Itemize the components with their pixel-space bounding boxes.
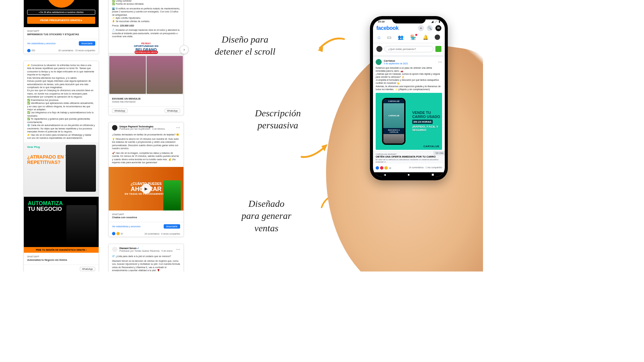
creative-brand: CARVALUE — [423, 145, 439, 148]
remax-band1: OPORTUNIDAD EN — [109, 45, 183, 48]
carousel-next-button[interactable]: › — [180, 45, 189, 54]
mini-cars-illustration — [383, 134, 404, 143]
ad-card-gearplug: 👉 Conocemos tu situación: te enfrentas t… — [23, 61, 99, 272]
search-icon[interactable]: 🔍 — [427, 25, 433, 31]
more-options-icon[interactable]: ⋯ — [438, 60, 442, 64]
stickers-footer-title: IMPRIMIMOS TUS STICKERS Y ETIQUETAS — [27, 33, 95, 36]
diamant-date: 5 de enero — [161, 250, 172, 252]
play-icon[interactable]: ▶ — [141, 184, 151, 194]
user-avatar[interactable] — [376, 46, 382, 52]
stickers-footer-tag: WHATSAPP — [27, 30, 95, 33]
post-creative[interactable]: CARVALUE CARVALUE BIENVENIDO A CARVALUE … — [376, 93, 442, 150]
unique-media[interactable]: ¿CUÁNTO PUEDES AHORRAR EN TASAS DE PROCE… — [109, 167, 183, 210]
unique-footer-title: Chatea con nosotros — [112, 216, 180, 219]
post-copy: Notamos que estuviste a un paso de obten… — [376, 66, 442, 91]
unique-byline: Publicado por Ian Kupferstein — [119, 128, 150, 130]
ad-card-diamant: Diamant Serum ✔ Publicado por Tomás Suár… — [108, 244, 184, 272]
remax-photo-grid — [109, 55, 183, 95]
diamant-avatar — [112, 247, 117, 252]
reaction-count: 18 — [389, 167, 391, 169]
post-date[interactable]: 5 de septiembre de 2023 — [384, 62, 408, 65]
ads-gallery: STICKERS EMPRESARIALES EN TIEMPO RÉCORD … — [23, 0, 184, 272]
facebook-logo[interactable]: facebook — [376, 25, 398, 31]
stickers-years-strip: • De 28 años satisfaciendo a nuestros cl… — [27, 10, 95, 15]
signal-icon: ◢ — [431, 20, 433, 23]
unique-boost-row: Ver estadísticas y anuncios Anunciarte — [109, 222, 183, 231]
nav-recent-icon[interactable]: ■ — [432, 172, 434, 177]
stickers-stats-link[interactable]: Ver estadísticas y anuncios — [27, 42, 56, 45]
tab-video-icon[interactable]: ▭ — [387, 35, 391, 41]
gearplug-media: Gear Plug ¿ATRAPADO EN TAREAS REPETITIVA… — [24, 142, 99, 253]
stickers-boost-button[interactable]: Anunciarte — [79, 41, 95, 46]
more-options-icon[interactable]: ⋯ — [176, 247, 180, 252]
wifi-icon: ⋰ — [435, 20, 437, 23]
ad-card-remax: ✅ 3 Dormitorios ✅ 3 Baños ✅ Living comed… — [108, 0, 184, 115]
gearplug-top-panel: Gear Plug ¿ATRAPADO EN TAREAS REPETITIVA… — [24, 142, 99, 197]
presenter-illustration — [163, 180, 181, 210]
post-page-name[interactable]: CarValue — [384, 59, 408, 62]
creative-phone-side: CARVALUE CARVALUE BIENVENIDO A CARVALUE — [376, 93, 412, 150]
whatsapp-button[interactable]: WhatsApp — [112, 109, 127, 113]
composer-row: ¿Qué estás pensando? — [373, 43, 445, 55]
ad-card-stickers: STICKERS EMPRESARIALES EN TIEMPO RÉCORD … — [23, 0, 99, 54]
haha-icon — [116, 232, 120, 235]
tab-home-icon[interactable]: ⌂ — [378, 35, 380, 41]
composer-input[interactable]: ¿Qué estás pensando? — [384, 46, 433, 52]
tab-marketplace-icon[interactable]: 🏪 — [410, 35, 416, 41]
remax-brand: RE/MAX — [109, 42, 183, 45]
post-link-meta[interactable]: Ver más CARVALUE.MARKET OBTÉN UNA OFERTA… — [373, 151, 445, 164]
photo-icon[interactable] — [435, 46, 441, 52]
stickers-footer-block: WHATSAPP IMPRIMIMOS TUS STICKERS Y ETIQU… — [24, 27, 99, 39]
arrow-icon — [315, 34, 345, 54]
more-options-icon[interactable]: ⋯ — [176, 125, 180, 130]
post-line3: ¡Completa el formulario y descubre por q… — [376, 78, 442, 84]
gearplug-bottom-panel: AUTOMATIZA TU NEGOCIO PIDE TU SESIÓN DE … — [24, 197, 99, 253]
property-photo — [109, 56, 146, 94]
gallery-column-2: ✅ 3 Dormitorios ✅ 3 Baños ✅ Living comed… — [108, 0, 184, 272]
remax-price: 229.000 USD — [120, 24, 134, 27]
diamant-header-text: Diamant Serum ✔ Publicado por Tomás Suár… — [119, 247, 173, 252]
creative-headline: VENDE TU CARRO USADO — [412, 111, 440, 119]
diamant-body: 💎 ¿Lista para darle a tu piel el cuidado… — [109, 252, 183, 272]
whatsapp-button[interactable]: WhatsApp — [80, 267, 95, 271]
svg-marker-1 — [321, 144, 327, 152]
diamant-page-name[interactable]: Diamant Serum — [119, 247, 137, 249]
whatsapp-button[interactable]: WhatsApp — [165, 109, 180, 113]
nav-home-icon[interactable]: ● — [408, 172, 410, 177]
ver-mas-button[interactable]: Ver más — [433, 151, 445, 155]
nav-back-icon[interactable]: ▸ — [384, 172, 386, 177]
remax-price-label: Precio: — [112, 24, 119, 27]
gearplug-footer-row: WhatsApp — [24, 264, 99, 272]
unique-boost-button[interactable]: Anunciarte — [164, 224, 180, 229]
stickers-boost-row: Ver estadísticas y anuncios Anunciarte — [24, 39, 99, 48]
post-line4: Además, te ofrecemos una inspección grat… — [376, 85, 442, 91]
mini-phone: CARVALUE CARVALUE BIENVENIDO A CARVALUE — [382, 98, 406, 145]
carvalue-avatar[interactable] — [376, 59, 382, 65]
stickers-like-count: 252 — [32, 49, 35, 52]
unique-page-name[interactable]: Unique Payment Technologies — [119, 125, 165, 128]
ad-card-unique: Unique Payment Technologies Publicado po… — [108, 122, 184, 237]
diamant-p0: 💎 ¿Lista para darle a tu piel el cuidado… — [112, 255, 180, 258]
post-header: CarValue 5 de septiembre de 2023 ⋯ — [376, 59, 442, 65]
unique-stats-link[interactable]: Ver estadísticas y anuncios — [112, 225, 141, 228]
add-icon[interactable]: ＋ — [418, 25, 424, 31]
remax-desc2: ✨ Apto crédito hipotecario. — [112, 16, 180, 19]
tab-menu-avatar[interactable] — [435, 35, 440, 41]
comments-shares[interactable]: 14 comentarios · 1 vez compartido — [409, 166, 442, 170]
tab-friends-icon[interactable]: 👥 — [398, 35, 404, 41]
stickers-cta-button[interactable]: PEDIR PRESUPUESTO GRATIS ▸ — [27, 17, 95, 24]
messenger-icon[interactable]: ✉ — [435, 25, 441, 31]
unique-meta: 34 comentarios · 6 veces compartido — [145, 233, 180, 235]
diamant-byline: Publicado por Tomás Suárez Ravenna — [119, 250, 159, 252]
tab-notifications-icon[interactable]: 🔔 — [423, 35, 428, 41]
post-line1: Notamos que estuviste a un paso de obten… — [376, 66, 442, 72]
facebook-top-bar: facebook ＋ 🔍 ✉ — [373, 24, 445, 33]
gearplug-footer-tag: WHATSAPP — [27, 255, 95, 258]
phone-mockup: 15:10 ◢ ⋰ ▮ facebook ＋ 🔍 ✉ ⌂ ▭ 👥 🏪 🔔 — [370, 16, 448, 180]
like-icon — [112, 232, 115, 235]
gearplug-body: 👉 Conocemos tu situación: te enfrentas t… — [24, 61, 99, 142]
post-headline: OBTÉN UNA OFERTA INMEDIATA POR TU CARRO — [376, 155, 442, 158]
remax-media: RE/MAX OPORTUNIDAD EN BELGRANO PROPIEDAD… — [109, 41, 183, 95]
gearplug-cta-band[interactable]: PIDE TU SESIÓN DE DIAGNÓSTICO GRATIS › — [24, 247, 99, 253]
reactions-cluster[interactable]: 18 — [376, 166, 391, 170]
